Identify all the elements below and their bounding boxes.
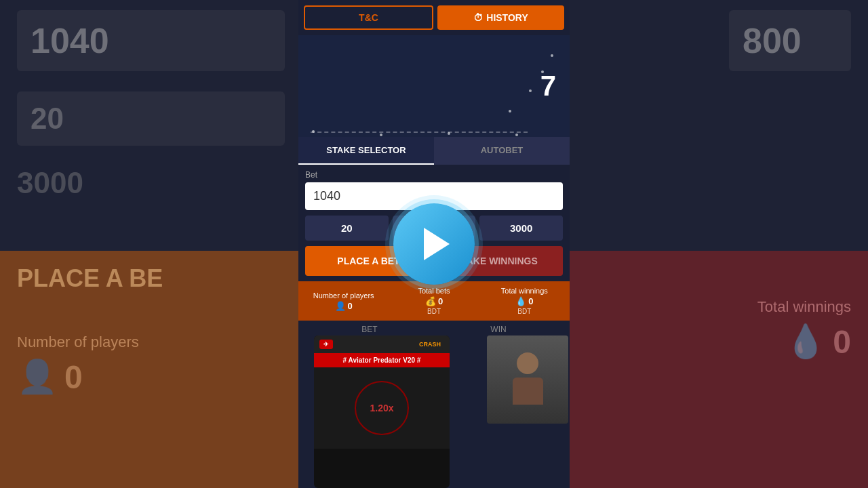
stat-players-value: 👤 0 (335, 301, 353, 311)
aviator-multiplier: 1.20x (355, 381, 409, 435)
bg-number-20: 20 (31, 102, 64, 135)
aviator-logo: ✈ (319, 340, 333, 349)
person-body (513, 378, 543, 405)
person-silhouette (507, 352, 548, 407)
stat-bets-number: 0 (438, 296, 443, 306)
bg-number-800: 800 (743, 21, 802, 60)
history-label: HISTORY (486, 12, 528, 23)
stat-winnings: Total winnings 💧 0 BDT (479, 287, 570, 315)
history-button[interactable]: ⏱ HISTORY (437, 5, 564, 30)
person-head (517, 352, 538, 374)
stat-winnings-icon: 💧 (515, 296, 526, 306)
play-button[interactable] (393, 203, 475, 285)
stat-winnings-number: 0 (528, 296, 533, 306)
video-panel (487, 336, 568, 424)
table-col-bet: BET (305, 325, 434, 334)
crash-badge: CRASH (416, 340, 444, 349)
stat-bets-value: 💰 0 (425, 296, 443, 306)
stat-players-number: 0 (348, 301, 353, 311)
bg-winnings-label: Total winnings (757, 298, 851, 316)
dot-6 (529, 89, 532, 92)
stat-bets: Total bets 💰 0 BDT (389, 287, 479, 315)
bg-number-3000: 3000 (17, 166, 83, 199)
dot-8 (551, 54, 553, 57)
tab-autobet[interactable]: AUTOBET (434, 137, 570, 165)
dot-4 (515, 134, 518, 136)
path-line (311, 131, 528, 133)
bg-number-1040: 1040 (31, 21, 109, 60)
bg-players-icon: 👤 (17, 358, 58, 396)
stat-bets-currency: BDT (427, 308, 441, 315)
background-right: 800 Total winnings 💧 0 (570, 0, 868, 488)
aviator-game-area: 1.20x (314, 367, 450, 449)
bet-label: Bet (298, 165, 570, 182)
stat-players-icon: 👤 (335, 301, 346, 311)
aviator-title: # Aviator Predator V20 # (314, 353, 450, 367)
quick-bet-20[interactable]: 20 (305, 216, 389, 241)
tnc-button[interactable]: T&C (304, 5, 433, 30)
stat-bets-icon: 💰 (425, 296, 436, 306)
bg-players-value: 0 (64, 359, 83, 396)
top-buttons: T&C ⏱ HISTORY (298, 0, 570, 35)
stat-players-label: Number of players (313, 291, 374, 300)
play-triangle-icon (424, 228, 450, 260)
aviator-header: ✈ CRASH (314, 336, 450, 353)
multiplier-display: 7 (540, 70, 556, 102)
stat-winnings-currency: BDT (517, 308, 531, 315)
quick-bet-3000[interactable]: 3000 (479, 216, 563, 241)
bg-winnings-icon: 💧 (785, 323, 826, 361)
video-person (487, 336, 568, 424)
bg-players-label: Number of players (17, 333, 285, 351)
stat-winnings-label: Total winnings (501, 287, 548, 295)
aviator-panel: ✈ CRASH # Aviator Predator V20 # 1.20x (314, 336, 450, 488)
history-icon: ⏱ (473, 12, 483, 23)
bg-place-bet-label: PLACE A BE (17, 264, 163, 292)
table-col-win: WIN (434, 325, 563, 334)
stat-winnings-value: 💧 0 (515, 296, 533, 306)
dot-2 (380, 134, 382, 136)
stats-bar: Number of players 👤 0 Total bets 💰 0 BDT… (298, 281, 570, 321)
bg-winnings-value: 0 (833, 323, 851, 361)
dot-5 (509, 110, 511, 113)
tab-stake-selector[interactable]: STAKE SELECTOR (298, 137, 434, 165)
game-area: 7 (298, 35, 570, 137)
background-left: 1040 20 3000 PLACE A BE Number of player… (0, 0, 302, 488)
stake-tabs: STAKE SELECTOR AUTOBET (298, 137, 570, 165)
stat-bets-label: Total bets (418, 287, 450, 295)
stat-players: Number of players 👤 0 (298, 287, 389, 315)
